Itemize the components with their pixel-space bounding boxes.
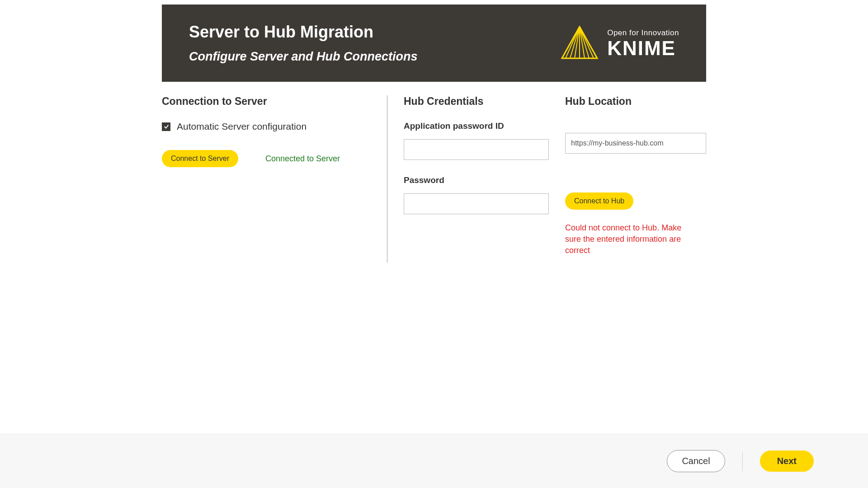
hub-location-heading: Hub Location (565, 95, 706, 108)
knime-logo: Open for Innovation KNIME (561, 26, 679, 61)
page-subtitle: Configure Server and Hub Connections (189, 50, 418, 64)
server-connection-section: Connection to Server Automatic Server co… (162, 95, 387, 263)
app-password-id-label: Application password ID (404, 121, 549, 131)
hub-location-section: Hub Location Connect to Hub Could not co… (565, 95, 706, 263)
server-heading: Connection to Server (162, 95, 369, 108)
connect-to-hub-button[interactable]: Connect to Hub (565, 192, 633, 210)
logo-name: KNIME (607, 38, 679, 58)
footer: Cancel Next (0, 434, 868, 488)
page-title: Server to Hub Migration (189, 23, 418, 42)
next-button[interactable]: Next (760, 450, 814, 472)
content: Connection to Server Automatic Server co… (162, 82, 706, 434)
footer-separator (742, 451, 743, 471)
knime-logo-icon (561, 26, 598, 61)
hub-location-input[interactable] (565, 133, 706, 154)
auto-server-config-row[interactable]: Automatic Server configuration (162, 121, 369, 132)
server-status: Connected to Server (265, 154, 340, 164)
hub-credentials-heading: Hub Credentials (404, 95, 549, 108)
hub-connection-error: Could not connect to Hub. Make sure the … (565, 222, 683, 257)
auto-server-config-label: Automatic Server configuration (177, 121, 307, 132)
hub-credentials-section: Hub Credentials Application password ID … (387, 95, 565, 263)
auto-server-config-checkbox[interactable] (162, 122, 170, 131)
password-input[interactable] (404, 193, 549, 214)
password-label: Password (404, 175, 549, 185)
checkmark-icon (163, 123, 170, 130)
connect-to-server-button[interactable]: Connect to Server (162, 150, 238, 167)
app-password-id-input[interactable] (404, 139, 549, 160)
logo-tagline: Open for Innovation (607, 28, 679, 38)
header: Server to Hub Migration Configure Server… (162, 5, 706, 82)
cancel-button[interactable]: Cancel (667, 450, 725, 472)
